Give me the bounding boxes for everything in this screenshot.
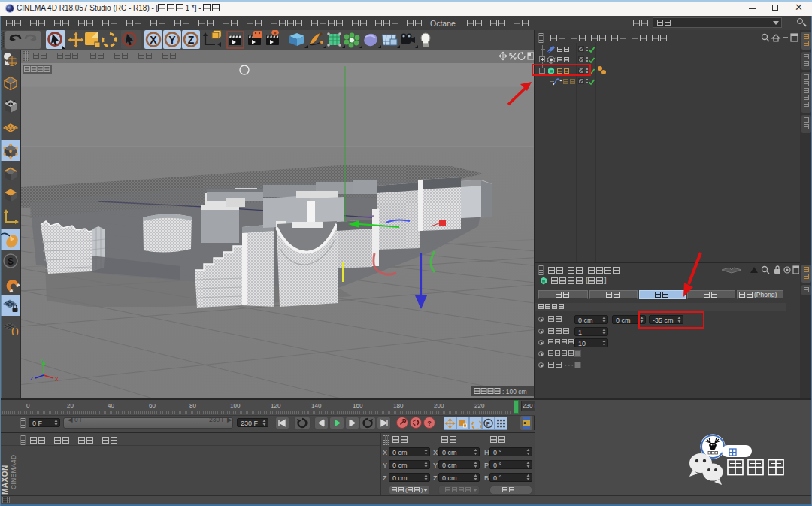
- svg-text:P: P: [486, 420, 491, 427]
- svg-text:X: X: [150, 34, 157, 46]
- svg-text:Y: Y: [40, 358, 44, 363]
- svg-text:( ): ( ): [11, 327, 18, 335]
- svg-text:Z: Z: [30, 376, 34, 381]
- svg-text:S: S: [8, 256, 14, 267]
- svg-text:X: X: [55, 377, 59, 382]
- svg-text:?: ?: [427, 420, 432, 427]
- svg-text:Z: Z: [188, 34, 195, 46]
- svg-text:Y: Y: [168, 34, 176, 46]
- svg-text:: 100 cm: : 100 cm: [502, 388, 527, 395]
